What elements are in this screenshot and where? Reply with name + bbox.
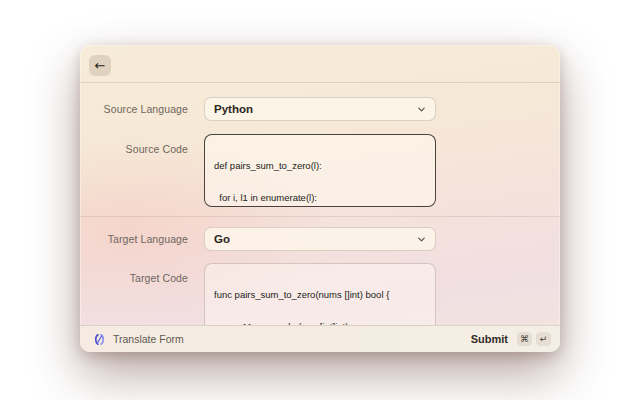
source-language-label: Source Language — [80, 103, 188, 115]
action-bar: Translate Form Submit ⌘ ↵ — [80, 325, 560, 352]
translate-form-logo-icon — [93, 333, 106, 346]
section-divider — [80, 216, 560, 217]
translate-form-window: ← Source Language Python Source Code def… — [80, 45, 560, 352]
desktop-background: ← Source Language Python Source Code def… — [0, 0, 640, 400]
back-button[interactable]: ← — [89, 55, 111, 76]
code-line: func pairs_sum_to_zero(nums []int) bool … — [214, 290, 426, 301]
source-code-label: Source Code — [80, 143, 188, 155]
window-header: ← — [80, 45, 560, 83]
target-code-label: Target Code — [80, 272, 188, 284]
target-language-value: Go — [214, 233, 417, 245]
code-line: def pairs_sum_to_zero(l): — [214, 161, 426, 172]
command-key-icon[interactable]: ⌘ — [517, 332, 532, 346]
chevron-down-icon — [417, 105, 426, 114]
code-line: for i, l1 in enumerate(l): — [214, 193, 426, 204]
target-language-label: Target Language — [80, 233, 188, 245]
source-language-value: Python — [214, 103, 417, 115]
source-code-editor[interactable]: def pairs_sum_to_zero(l): for i, l1 in e… — [204, 134, 436, 207]
action-bar-left: Translate Form — [93, 333, 471, 346]
source-language-select[interactable]: Python — [204, 97, 436, 121]
chevron-down-icon — [417, 235, 426, 244]
target-language-select[interactable]: Go — [204, 227, 436, 251]
submit-button[interactable]: Submit — [471, 333, 508, 345]
app-name: Translate Form — [113, 333, 184, 345]
return-key-icon[interactable]: ↵ — [536, 332, 551, 346]
action-bar-right: Submit ⌘ ↵ — [471, 332, 551, 346]
